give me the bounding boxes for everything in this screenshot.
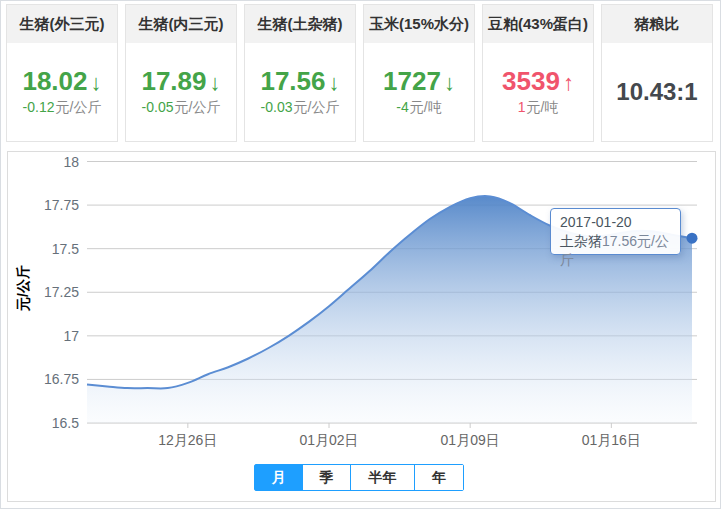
card-change-number: -4 bbox=[396, 99, 408, 115]
card-body: 10.43:1 bbox=[602, 43, 712, 141]
card-title: 生猪(内三元) bbox=[126, 5, 236, 43]
x-tick-label: 01月02日 bbox=[299, 432, 358, 448]
card-change-number: -0.05 bbox=[142, 99, 174, 115]
tooltip-series-label: 土杂猪 bbox=[560, 233, 602, 249]
card-pig-wai-san-yuan[interactable]: 生猪(外三元)18.02↓-0.12元/公斤 bbox=[6, 4, 118, 142]
y-tick-label: 17.5 bbox=[52, 241, 79, 257]
card-title: 豆粕(43%蛋白) bbox=[483, 5, 593, 43]
card-value: 18.02↓ bbox=[22, 67, 101, 96]
chart-tooltip: 2017-01-20 土杂猪17.56元/公斤 bbox=[550, 208, 681, 255]
card-change-unit: 元/吨 bbox=[410, 99, 442, 115]
y-tick-label: 17.25 bbox=[44, 284, 79, 300]
card-pig-nei-san-yuan[interactable]: 生猪(内三元)17.89↓-0.05元/公斤 bbox=[125, 4, 237, 142]
x-tick-label: 01月09日 bbox=[441, 432, 500, 448]
card-value-number: 3539 bbox=[502, 66, 560, 96]
chart-panel: 16.516.751717.2517.517.751812月26日01月02日0… bbox=[7, 151, 716, 502]
card-value: 3539↑ bbox=[502, 67, 574, 96]
card-body: 18.02↓-0.12元/公斤 bbox=[7, 43, 117, 141]
price-area-chart[interactable]: 16.516.751717.2517.517.751812月26日01月02日0… bbox=[8, 152, 715, 501]
card-change-number: -0.12 bbox=[23, 99, 55, 115]
arrow-down-icon: ↓ bbox=[210, 70, 221, 95]
y-axis-title: 元/公斤 bbox=[15, 291, 33, 311]
tab-half-year[interactable]: 半年 bbox=[351, 465, 415, 490]
card-corn[interactable]: 玉米(15%水分)1727↓-4元/吨 bbox=[363, 4, 475, 142]
card-pig-tu-za-zhu[interactable]: 生猪(土杂猪)17.56↓-0.03元/公斤 bbox=[244, 4, 356, 142]
card-body: 1727↓-4元/吨 bbox=[364, 43, 474, 141]
card-value: 10.43:1 bbox=[616, 79, 697, 105]
card-change-unit: 元/公斤 bbox=[175, 99, 221, 115]
tab-quarter[interactable]: 季 bbox=[303, 465, 351, 490]
card-title: 猪粮比 bbox=[602, 5, 712, 43]
tooltip-value-line: 土杂猪17.56元/公斤 bbox=[560, 232, 671, 270]
tab-year[interactable]: 年 bbox=[415, 465, 463, 490]
card-change-unit: 元/公斤 bbox=[294, 99, 340, 115]
page: 生猪(外三元)18.02↓-0.12元/公斤生猪(内三元)17.89↓-0.05… bbox=[0, 0, 721, 509]
card-value-number: 1727 bbox=[383, 66, 441, 96]
card-change: -4元/吨 bbox=[396, 99, 441, 117]
card-body: 17.56↓-0.03元/公斤 bbox=[245, 43, 355, 141]
card-change: -0.12元/公斤 bbox=[23, 99, 102, 117]
x-tick-label: 12月26日 bbox=[158, 432, 217, 448]
card-value-number: 18.02 bbox=[22, 66, 87, 96]
arrow-down-icon: ↓ bbox=[444, 70, 455, 95]
card-title: 生猪(土杂猪) bbox=[245, 5, 355, 43]
card-change: -0.03元/公斤 bbox=[261, 99, 340, 117]
y-tick-label: 17 bbox=[63, 328, 79, 344]
x-tick-label: 01月16日 bbox=[582, 432, 641, 448]
tab-month[interactable]: 月 bbox=[255, 465, 303, 490]
data-point-dot[interactable] bbox=[687, 233, 698, 244]
price-cards-row: 生猪(外三元)18.02↓-0.12元/公斤生猪(内三元)17.89↓-0.05… bbox=[6, 4, 717, 142]
arrow-down-icon: ↓ bbox=[329, 70, 340, 95]
tooltip-date: 2017-01-20 bbox=[560, 213, 671, 232]
arrow-down-icon: ↓ bbox=[91, 70, 102, 95]
card-change: 1元/吨 bbox=[518, 99, 559, 117]
card-value-number: 10.43:1 bbox=[616, 78, 697, 105]
card-body: 17.89↓-0.05元/公斤 bbox=[126, 43, 236, 141]
card-value: 1727↓ bbox=[383, 67, 455, 96]
y-tick-label: 17.75 bbox=[44, 197, 79, 213]
card-body: 3539↑1元/吨 bbox=[483, 43, 593, 141]
card-title: 生猪(外三元) bbox=[7, 5, 117, 43]
card-change-unit: 元/吨 bbox=[526, 99, 558, 115]
card-change-number: -0.03 bbox=[261, 99, 293, 115]
card-value-number: 17.56 bbox=[260, 66, 325, 96]
card-change-number: 1 bbox=[518, 99, 526, 115]
card-value: 17.89↓ bbox=[141, 67, 220, 96]
y-tick-label: 16.75 bbox=[44, 371, 79, 387]
card-value: 17.56↓ bbox=[260, 67, 339, 96]
y-tick-label: 16.5 bbox=[52, 415, 79, 431]
period-tab-group: 月季半年年 bbox=[254, 464, 464, 491]
y-tick-label: 18 bbox=[63, 154, 79, 170]
card-change-unit: 元/公斤 bbox=[56, 99, 102, 115]
card-value-number: 17.89 bbox=[141, 66, 206, 96]
arrow-up-icon: ↑ bbox=[563, 70, 574, 95]
card-pig-grain-ratio[interactable]: 猪粮比10.43:1 bbox=[601, 4, 713, 142]
card-title: 玉米(15%水分) bbox=[364, 5, 474, 43]
card-soybean-meal[interactable]: 豆粕(43%蛋白)3539↑1元/吨 bbox=[482, 4, 594, 142]
card-change: -0.05元/公斤 bbox=[142, 99, 221, 117]
